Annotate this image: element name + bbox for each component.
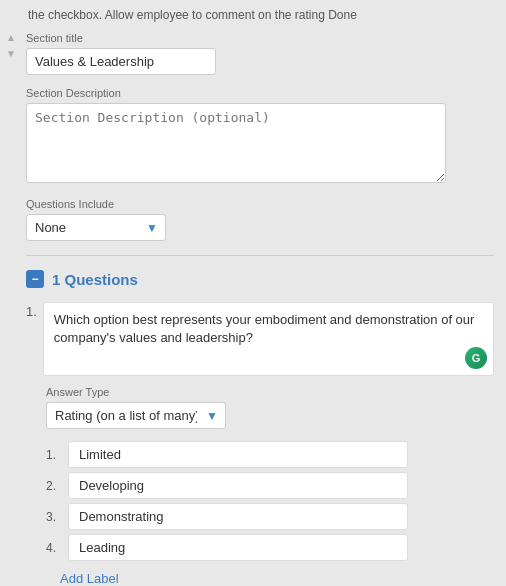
collapse-icon: − — [31, 272, 38, 286]
section-divider — [26, 255, 494, 256]
scroll-up-icon: ▲ — [6, 32, 16, 43]
question-text-1: Which option best represents your embodi… — [54, 312, 475, 345]
section-description-label: Section Description — [26, 87, 494, 99]
questions-header: − 1 Questions — [26, 270, 494, 288]
page-wrapper: ▲ ▼ the checkbox. Allow employee to comm… — [0, 0, 506, 586]
scroll-down-icon: ▼ — [6, 48, 16, 59]
grammarly-icon: G — [465, 347, 487, 369]
section-title-input[interactable] — [26, 48, 216, 75]
answer-type-label: Answer Type — [46, 386, 494, 398]
section-title-group: Section title — [26, 32, 494, 75]
rating-num-3: 3. — [46, 510, 60, 524]
section-description-group: Section Description — [26, 87, 494, 186]
rating-options-list: 1. Limited 2. Developing 3. Demonstratin… — [46, 441, 494, 561]
rating-option-2: 2. Developing — [46, 472, 494, 499]
questions-include-group: Questions Include None ▼ — [26, 198, 494, 241]
rating-option-3: 3. Demonstrating — [46, 503, 494, 530]
rating-num-2: 2. — [46, 479, 60, 493]
scroll-up-button[interactable]: ▲ — [3, 30, 19, 44]
rating-label-2[interactable]: Developing — [68, 472, 408, 499]
question-text-box-1[interactable]: Which option best represents your embodi… — [43, 302, 494, 376]
main-content: the checkbox. Allow employee to comment … — [22, 0, 506, 586]
answer-type-section: Answer Type Rating (on a list of many) ▼ — [46, 386, 494, 429]
collapse-button[interactable]: − — [26, 270, 44, 288]
rating-num-1: 1. — [46, 448, 60, 462]
section-title-label: Section title — [26, 32, 494, 44]
answer-type-select-wrapper: Rating (on a list of many) ▼ — [46, 402, 226, 429]
rating-label-3[interactable]: Demonstrating — [68, 503, 408, 530]
questions-count-title: 1 Questions — [52, 271, 138, 288]
rating-num-4: 4. — [46, 541, 60, 555]
questions-include-label: Questions Include — [26, 198, 494, 210]
answer-type-select[interactable]: Rating (on a list of many) — [46, 402, 226, 429]
add-label-button[interactable]: Add Label — [60, 571, 119, 586]
rating-option-4: 4. Leading — [46, 534, 494, 561]
section-description-textarea[interactable] — [26, 103, 446, 183]
scroll-down-button[interactable]: ▼ — [3, 46, 19, 60]
rating-label-4[interactable]: Leading — [68, 534, 408, 561]
rating-label-1[interactable]: Limited — [68, 441, 408, 468]
top-note: the checkbox. Allow employee to comment … — [26, 8, 494, 22]
questions-include-select[interactable]: None — [26, 214, 166, 241]
question-number-1: 1. — [26, 302, 37, 319]
scroll-controls: ▲ ▼ — [0, 28, 22, 60]
question-item-1: 1. Which option best represents your emb… — [26, 302, 494, 376]
rating-option-1: 1. Limited — [46, 441, 494, 468]
questions-include-select-wrapper: None ▼ — [26, 214, 166, 241]
